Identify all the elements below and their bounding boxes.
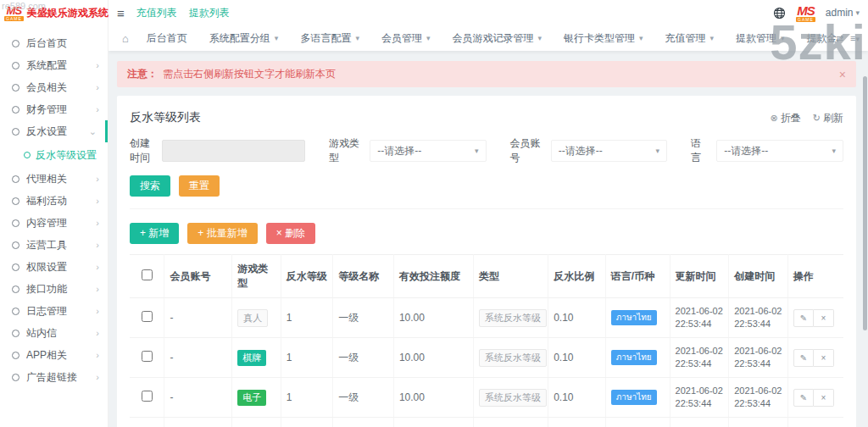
tab-item[interactable]: 提款金额管理 ▾ [796, 25, 836, 51]
chevron-right-icon: › [96, 104, 99, 114]
chevron-down-icon: ▾ [710, 34, 715, 42]
sidebar-item[interactable]: 站内信 › [0, 322, 108, 344]
delete-row-button[interactable]: × [814, 309, 834, 327]
row-checkbox[interactable] [142, 311, 153, 322]
sidebar-item[interactable]: APP相关 › [0, 344, 108, 366]
delete-row-button[interactable]: × [814, 389, 834, 407]
game-type-label: 游戏类型 [329, 136, 363, 165]
add-button[interactable]: + 新增 [130, 223, 179, 244]
sidebar-item[interactable]: 后台首页 [0, 32, 108, 54]
column-header: 反水等级 [281, 255, 332, 298]
tab-item[interactable]: 银行卡类型管理 ▾ [553, 25, 654, 51]
search-button[interactable]: 搜索 [130, 175, 170, 197]
edit-button[interactable]: ✎ [793, 309, 814, 327]
admin-dropdown[interactable]: admin ▾ [826, 7, 860, 19]
level-name-cell: 一级 [333, 418, 394, 427]
edit-icon: ✎ [800, 313, 807, 323]
tab-item[interactable]: 多语言配置 ▾ [289, 25, 370, 51]
menu-ring-icon [12, 330, 19, 337]
tab-item[interactable]: 系统配置分组 ▾ [198, 25, 290, 51]
hamburger-icon[interactable]: ≡ [117, 6, 125, 20]
row-checkbox[interactable] [142, 391, 153, 402]
reset-button[interactable]: 重置 [179, 175, 220, 197]
filter-game-type: 游戏类型 --请选择-- ▾ [329, 136, 487, 165]
tab-menu-icon[interactable]: ≡▾ [850, 33, 860, 43]
sidebar-submenu: 反水等级设置 [0, 142, 108, 168]
ratio-cell: 0.10 [548, 338, 606, 378]
ratio-cell: 0.10 [548, 298, 606, 338]
tab-scroll-icon[interactable]: ⇄ [836, 33, 843, 44]
close-icon: × [821, 393, 826, 402]
sidebar-item[interactable]: 福利活动 › [0, 190, 108, 212]
sidebar-item[interactable]: 权限设置 › [0, 256, 108, 278]
edit-icon: ✎ [800, 353, 807, 363]
watermark-corner: re589.com [2, 1, 46, 11]
main-area: ≡ 充值列表 提款列表 MS GAME admin ▾ ⌂ 后台首 [108, 0, 868, 427]
home-icon[interactable]: ⌂ [122, 32, 129, 45]
sidebar-item[interactable]: 系统配置 › [0, 54, 108, 76]
chevron-down-icon: ▾ [781, 34, 785, 42]
refresh-icon: ↻ [813, 113, 821, 124]
menu-ring-icon [12, 241, 19, 249]
chevron-down-icon: ▾ [832, 147, 836, 155]
edit-button[interactable]: ✎ [793, 349, 814, 367]
sidebar-item[interactable]: 财务管理 › [0, 98, 108, 120]
menu-ring-icon [12, 106, 19, 114]
level-name-cell: 一级 [333, 298, 394, 338]
updated-cell: 2021-06-02 22:53:44 [670, 338, 729, 378]
ops-cell: ✎ × [787, 298, 843, 338]
ops-cell: ✎ × [787, 378, 843, 418]
sidebar-item[interactable]: 日志管理 › [0, 300, 108, 322]
globe-icon[interactable] [773, 7, 786, 19]
topbar-link-recharge[interactable]: 充值列表 [136, 6, 177, 20]
type-tag: 系统反水等级 [479, 389, 547, 407]
batch-add-button[interactable]: + 批量新增 [187, 223, 257, 244]
created-time-input[interactable] [162, 140, 305, 162]
sidebar-item[interactable]: 代理相关 › [0, 168, 108, 190]
bet-amount-cell: 10.00 [393, 298, 473, 338]
tabbar-tabs: 后台首页 系统配置分组 ▾ 多语言配置 ▾ 会员管理 ▾ 会员游戏记录管理 ▾ … [136, 25, 836, 51]
page-title: 反水等级列表 [130, 110, 201, 125]
menu-ring-icon [12, 40, 19, 47]
delete-button[interactable]: × 删除 [266, 223, 315, 244]
close-icon[interactable]: × [839, 68, 846, 81]
alert-message: 需点击右侧刷新按钮文字才能刷新本页 [163, 67, 336, 81]
edit-button[interactable]: ✎ [793, 389, 814, 407]
game-type-select[interactable]: --请选择-- ▾ [370, 140, 486, 162]
scrollbar-thumb[interactable] [863, 76, 867, 330]
chevron-right-icon: › [96, 174, 99, 184]
tab-item[interactable]: 充值管理 ▾ [654, 25, 726, 51]
search-row: 搜索 重置 [130, 175, 843, 209]
tab-controls: ⇄ ≡▾ [836, 33, 861, 44]
panel-header: 反水等级列表 ⊗折叠 ↻刷新 [130, 106, 843, 130]
member-select[interactable]: --请选择-- ▾ [551, 140, 667, 162]
language-select[interactable]: --请选择-- ▾ [716, 140, 843, 162]
sidebar-item[interactable]: 运营工具 › [0, 234, 108, 256]
menu-ring-icon [12, 175, 19, 183]
sidebar-item[interactable]: 反水设置 ⌄ [0, 120, 108, 142]
sidebar-subitem[interactable]: 反水等级设置 [0, 144, 108, 166]
tabbar: ⌂ 后台首页 系统配置分组 ▾ 多语言配置 ▾ 会员管理 ▾ 会员游戏记录管理 … [108, 25, 868, 51]
menu-ring-icon [12, 352, 19, 359]
row-checkbox[interactable] [142, 351, 153, 362]
chevron-down-icon: ▾ [275, 34, 279, 42]
ops-cell: ✎ × [787, 338, 843, 378]
delete-row-button[interactable]: × [814, 349, 834, 367]
tab-item[interactable]: 会员游戏记录管理 ▾ [441, 25, 553, 51]
sidebar-item[interactable]: 内容管理 › [0, 212, 108, 234]
refresh-button[interactable]: ↻刷新 [813, 111, 843, 125]
tab-item[interactable]: 后台首页 [136, 25, 198, 51]
collapse-button[interactable]: ⊗折叠 [771, 111, 801, 125]
select-all-checkbox[interactable] [142, 269, 153, 280]
menu-ring-icon [12, 62, 19, 69]
chevron-right-icon: › [96, 284, 99, 294]
tab-item[interactable]: 会员管理 ▾ [370, 25, 442, 51]
tab-item[interactable]: 提款管理 ▾ [725, 25, 796, 51]
sidebar-item[interactable]: 广告超链接 › [0, 366, 108, 388]
close-icon: × [821, 353, 826, 363]
topbar-link-withdraw[interactable]: 提款列表 [189, 6, 230, 20]
sidebar-item[interactable]: 接口功能 › [0, 278, 108, 300]
select-all-cell [130, 255, 164, 298]
action-row: + 新增 + 批量新增 × 删除 [130, 223, 843, 244]
sidebar-item[interactable]: 会员相关 › [0, 76, 108, 98]
